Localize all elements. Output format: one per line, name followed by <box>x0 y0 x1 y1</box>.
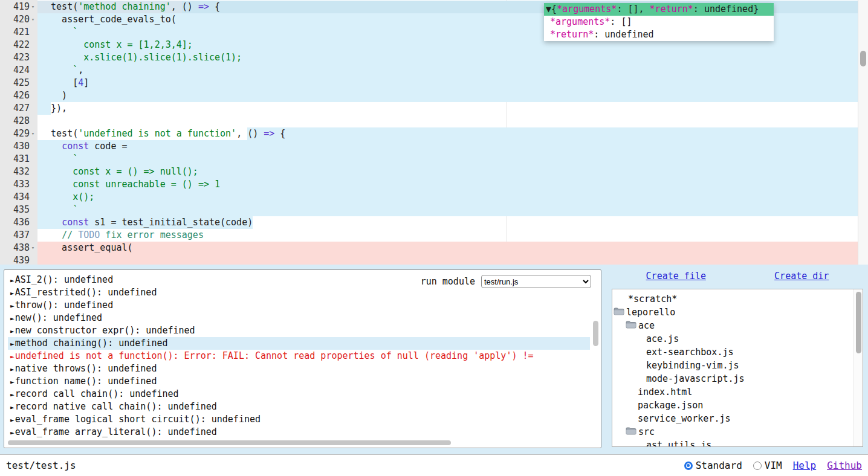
code-token: 'method chaining' <box>78 1 171 12</box>
tree-folder[interactable]: src <box>612 425 863 439</box>
test-result-item[interactable]: ►record native call chain(): undefined <box>8 400 590 413</box>
code-line[interactable]: const s1 = test_initial_state(code) <box>37 216 868 229</box>
code-line[interactable] <box>37 254 868 265</box>
keybinding-option-vim[interactable]: VIM <box>753 460 782 471</box>
code-line[interactable]: assert_equal( <box>37 242 868 254</box>
tree-file[interactable]: service_worker.js <box>612 412 863 425</box>
help-link[interactable]: Help <box>793 460 817 471</box>
expand-arrow-icon[interactable]: ► <box>10 302 15 310</box>
tooltip-header[interactable]: ▼{*arguments*: [], *return*: undefined} <box>544 3 774 16</box>
create-file-link[interactable]: Create file <box>646 271 706 281</box>
expand-arrow-icon[interactable]: ► <box>10 315 15 323</box>
test-result-item[interactable]: ►native throws(): undefined <box>8 362 590 375</box>
code-line[interactable] <box>37 115 868 127</box>
gutter-line: 424 <box>0 64 37 77</box>
expand-arrow-icon[interactable]: ► <box>10 340 15 348</box>
gutter-line: 420▾ <box>0 13 37 26</box>
line-number: 433 <box>13 178 30 191</box>
github-link[interactable]: Github <box>827 460 862 471</box>
file-tree-scrollbar[interactable] <box>853 289 863 446</box>
run-module-select[interactable]: test/run.js <box>481 275 591 288</box>
code-line[interactable]: const code = <box>37 140 868 153</box>
test-result-item[interactable]: ►new(): undefined <box>8 312 590 324</box>
scrollbar-thumb[interactable] <box>856 292 861 353</box>
code-token: , () <box>236 128 264 139</box>
test-result-item[interactable]: ►undefined is not a function(): Error: F… <box>8 350 590 362</box>
test-result-item[interactable]: ►throw(): undefined <box>8 299 590 312</box>
expand-arrow-icon[interactable]: ► <box>10 429 15 437</box>
expand-arrow-icon[interactable]: ► <box>10 289 15 297</box>
tree-file[interactable]: ast_utils.js <box>612 439 863 447</box>
tooltip-header-token: *arguments* <box>557 4 617 14</box>
code-token: test( <box>40 128 78 139</box>
expand-arrow-icon[interactable]: ► <box>10 416 15 424</box>
code-line[interactable]: x.slice(1).slice(1).slice(1); <box>37 51 868 64</box>
scrollbar-thumb[interactable] <box>8 440 451 445</box>
test-result-item[interactable]: ►new constructor expr(): undefined <box>8 324 590 337</box>
expand-arrow-icon[interactable]: ► <box>10 404 15 411</box>
code-line[interactable]: ` <box>37 204 868 216</box>
tree-file[interactable]: keybinding-vim.js <box>612 359 863 372</box>
gutter-line: 432 <box>0 166 37 178</box>
line-number: 431 <box>13 153 30 166</box>
code-line[interactable]: // TODO fix error messages <box>37 229 868 242</box>
fold-toggle-icon[interactable]: ▾ <box>30 127 36 140</box>
tooltip-entry: *arguments*: [] <box>544 16 774 28</box>
expand-arrow-icon[interactable]: ► <box>10 277 15 285</box>
folder-icon <box>614 306 626 319</box>
code-token: 4 <box>78 77 83 88</box>
code-token: ] <box>83 77 89 88</box>
output-horizontal-scrollbar[interactable] <box>7 440 590 446</box>
tree-item-name: service_worker.js <box>638 412 731 425</box>
code-line[interactable]: const x = () => null(); <box>37 166 868 178</box>
expand-arrow-icon[interactable]: ► <box>10 327 15 335</box>
expand-arrow-icon[interactable]: ► <box>10 378 15 386</box>
code-token: ) <box>40 90 67 101</box>
code-token: ` <box>40 27 78 37</box>
test-result-item[interactable]: ►function name(): undefined <box>8 375 590 388</box>
gutter-line: 423 <box>0 51 37 64</box>
scrollbar-thumb[interactable] <box>860 51 866 66</box>
radio-button[interactable] <box>684 462 693 470</box>
code-token <box>40 141 62 152</box>
radio-dot <box>687 464 690 467</box>
radio-button[interactable] <box>753 462 762 470</box>
code-line[interactable]: ) <box>37 89 868 102</box>
editor-vertical-scrollbar[interactable] <box>858 0 868 265</box>
code-line[interactable]: ` <box>37 153 868 166</box>
tree-folder[interactable]: ace <box>612 319 863 332</box>
tree-file[interactable]: *scratch* <box>612 292 863 306</box>
fold-toggle-icon[interactable]: ▾ <box>30 1 36 13</box>
code-token: ` <box>40 204 78 215</box>
test-result-item[interactable]: ►method chaining(): undefined <box>8 337 590 350</box>
tree-file[interactable]: index.html <box>612 385 863 399</box>
fold-toggle-icon[interactable]: ▾ <box>30 242 36 254</box>
test-result-item[interactable]: ►eval_frame logical short circuit(): und… <box>8 413 590 426</box>
test-result-item[interactable]: ►ASI_restrited(): undefined <box>8 286 590 299</box>
line-number: 430 <box>13 140 30 153</box>
output-vertical-scrollbar-thumb[interactable] <box>593 321 598 346</box>
fold-toggle-icon[interactable]: ▾ <box>30 13 36 26</box>
expand-arrow-icon[interactable]: ► <box>10 353 15 361</box>
test-result-text: native throws(): undefined <box>15 363 157 374</box>
tree-file[interactable]: ext-searchbox.js <box>612 346 863 359</box>
test-result-item[interactable]: ►record call chain(): undefined <box>8 388 590 400</box>
code-line[interactable]: `, <box>37 64 868 77</box>
create-dir-link[interactable]: Create dir <box>774 271 829 281</box>
tree-file[interactable]: ace.js <box>612 332 863 346</box>
tree-folder[interactable]: leporello <box>612 306 863 319</box>
expand-arrow-icon[interactable]: ► <box>10 365 15 373</box>
code-line[interactable]: x(); <box>37 191 868 204</box>
line-number: 429 <box>13 127 30 140</box>
code-line[interactable]: test('undefined is not a function', () =… <box>37 127 868 140</box>
code-line[interactable]: const unreachable = () => 1 <box>37 178 868 191</box>
code-line[interactable]: [4] <box>37 77 868 89</box>
test-result-item[interactable]: ►eval_frame array_literal(): undefined <box>8 426 590 438</box>
code-editor[interactable]: 419▾420▾421422423424425426427428429▾4304… <box>0 0 868 265</box>
tree-file[interactable]: mode-javascript.js <box>612 372 863 385</box>
code-line[interactable]: }), <box>37 102 868 115</box>
line-number: 434 <box>13 191 30 204</box>
keybinding-option-standard[interactable]: Standard <box>684 460 742 471</box>
tree-file[interactable]: package.json <box>612 399 863 412</box>
expand-arrow-icon[interactable]: ► <box>10 391 15 399</box>
